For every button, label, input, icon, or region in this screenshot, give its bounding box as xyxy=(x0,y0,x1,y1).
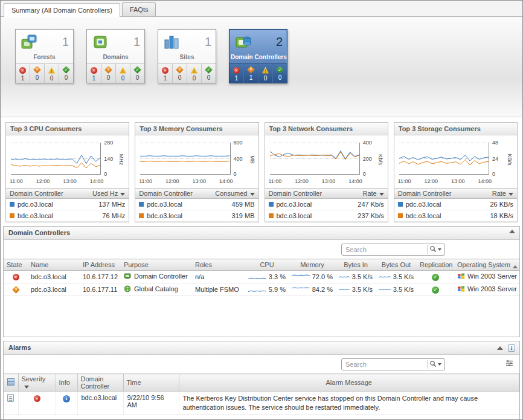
domains-critical-count[interactable]: 0 xyxy=(101,64,116,83)
tile-sites[interactable]: 1 Sites 1 0 0 0 xyxy=(158,29,216,83)
domain-controllers-critical-count[interactable]: 1 xyxy=(244,64,258,83)
column-info[interactable]: Info xyxy=(56,374,77,392)
column-severity[interactable]: Severity xyxy=(18,374,56,392)
forests-label: Forests xyxy=(16,53,73,63)
column-cpu[interactable]: CPU xyxy=(245,259,289,271)
column-used-hz[interactable]: Used Hz xyxy=(84,189,129,199)
domain-controllers-normal-count[interactable]: 0 xyxy=(273,64,287,83)
series-swatch xyxy=(398,202,403,207)
cpu-panel-title: Top 3 CPU Consumers xyxy=(6,123,129,135)
search-icon[interactable] xyxy=(429,360,437,369)
domains-normal-count[interactable]: 0 xyxy=(130,64,144,83)
column-roles[interactable]: Roles xyxy=(192,259,245,271)
memory-consumer-row[interactable]: bdc.o3.local319 MB xyxy=(135,210,258,222)
tile-domains[interactable]: 1 Domains 1 0 0 0 xyxy=(86,29,145,83)
forests-warning-count[interactable]: 0 xyxy=(45,64,59,83)
bytes-out-cell-sparkline xyxy=(379,273,391,280)
domains-warning-count[interactable]: 0 xyxy=(116,64,130,83)
domain-controllers-fatal-count[interactable]: 1 xyxy=(229,64,244,83)
search-options-dropdown-icon[interactable] xyxy=(438,363,441,366)
dc-search-input[interactable] xyxy=(345,246,425,253)
domain-controllers-label: Domain Controllers xyxy=(229,53,287,63)
column-rate[interactable]: Rate xyxy=(347,189,388,199)
sites-warning-count[interactable]: 0 xyxy=(187,64,202,83)
dc-table-row[interactable]: bdc.o3.local 10.6.177.12 Domain Controll… xyxy=(4,271,519,283)
sites-normal-count[interactable]: 0 xyxy=(202,64,216,83)
cpu-y-axis: 2801400 xyxy=(102,140,114,175)
memory-consumers-chart: 8004000 MB 11:0012:0013:0014:00 xyxy=(139,140,254,184)
dc-table-row[interactable]: pdc.o3.local 10.6.177.11 Global Catalog … xyxy=(4,283,519,296)
storage-x-axis: 11:0012:0013:0014:00 xyxy=(398,178,492,184)
tile-domain-controllers[interactable]: 2 Domain Controllers 1 1 0 0 xyxy=(229,29,287,83)
search-options-dropdown-icon[interactable] xyxy=(438,248,441,251)
column-bytes-out[interactable]: Bytes Out xyxy=(376,259,417,271)
column-time[interactable]: Time xyxy=(123,374,179,392)
column-domain-controller[interactable]: Domain Controller xyxy=(394,189,478,199)
alarms-search-input[interactable] xyxy=(345,361,425,368)
column-name[interactable]: Name xyxy=(28,259,80,271)
domain-controllers-warning-count[interactable]: 0 xyxy=(258,64,273,83)
storage-y-unit: KB/s xyxy=(506,154,512,166)
search-icon[interactable] xyxy=(429,245,437,254)
customize-table-icon[interactable] xyxy=(505,360,513,368)
tab-summary[interactable]: Summary (All Domain Controllers) xyxy=(4,3,120,17)
column-bytes-in[interactable]: Bytes In xyxy=(336,259,376,271)
normal-icon xyxy=(62,66,70,74)
alarm-note-icon[interactable] xyxy=(7,394,14,402)
domain-controllers-icon xyxy=(234,33,252,52)
tile-forests[interactable]: 1 Forests 1 0 0 0 xyxy=(15,29,74,83)
network-x-axis: 11:0012:0013:0014:00 xyxy=(269,178,362,184)
column-consumed[interactable]: Consumed xyxy=(210,189,258,199)
column-domain-controller[interactable]: Domain Controller xyxy=(77,374,123,392)
series-swatch xyxy=(269,213,274,218)
section-info-icon[interactable]: i xyxy=(508,344,515,352)
domains-label: Domains xyxy=(87,53,144,63)
column-purpose[interactable]: Purpose xyxy=(121,259,192,271)
column-domain-controller[interactable]: Domain Controller xyxy=(265,189,347,199)
cpu-cell-sparkline xyxy=(248,273,266,280)
collapse-section-icon[interactable] xyxy=(509,230,515,233)
sort-desc-icon xyxy=(509,193,513,196)
column-operating-system[interactable]: Operating System xyxy=(454,259,519,271)
alarm-row[interactable]: i bdc.o3.local 9/22/10 9:56 AM The Kerbe… xyxy=(4,392,519,415)
column-state[interactable]: State xyxy=(4,259,28,271)
tab-faqts[interactable]: FAQts xyxy=(122,2,156,16)
storage-sparkline xyxy=(399,143,489,174)
cpu-consumer-row[interactable]: pdc.o3.local137 MHz xyxy=(6,199,129,210)
network-consumer-row[interactable]: pdc.o3.local247 Kb/s xyxy=(265,199,388,210)
column-replication[interactable]: Replication xyxy=(417,259,454,271)
info-icon[interactable]: i xyxy=(63,395,70,402)
storage-consumer-row[interactable]: bdc.o3.local18 KB/s xyxy=(394,210,517,222)
sites-fatal-count[interactable]: 1 xyxy=(158,64,173,83)
forests-normal-count[interactable]: 0 xyxy=(59,64,73,83)
alarms-search-box[interactable] xyxy=(341,358,445,370)
sites-label: Sites xyxy=(158,53,216,63)
column-alarm-message[interactable]: Alarm Message xyxy=(179,374,519,392)
normal-icon xyxy=(276,66,284,74)
column-memory[interactable]: Memory xyxy=(289,259,336,271)
storage-consumers-chart: 48240 KB/s 11:0012:0013:0014:00 xyxy=(398,140,513,184)
alarms-table: Severity Info Domain Controller Time Ala… xyxy=(4,373,519,415)
scroll-up-icon[interactable] xyxy=(513,265,518,268)
cpu-consumer-row[interactable]: bdc.o3.local76 MHz xyxy=(6,210,129,222)
panel-storage-consumers: Top 3 Storage Consumers 48240 KB/s 11:00… xyxy=(394,122,518,222)
alarms-section-header: Alarms i xyxy=(4,341,519,355)
storage-consumer-row[interactable]: pdc.o3.local26 KB/s xyxy=(394,199,517,210)
column-ip-address[interactable]: IP Address xyxy=(80,259,121,271)
column-domain-controller[interactable]: Domain Controller xyxy=(6,189,84,199)
domains-fatal-count[interactable]: 1 xyxy=(87,64,101,83)
memory-consumer-row[interactable]: pdc.o3.local459 MB xyxy=(135,199,258,210)
fatal-state-icon xyxy=(13,274,19,280)
forests-fatal-count[interactable]: 1 xyxy=(16,64,30,83)
forests-critical-count[interactable]: 0 xyxy=(30,64,45,83)
section-title: Alarms xyxy=(8,344,31,351)
column-domain-controller[interactable]: Domain Controller xyxy=(135,189,210,199)
column-rate[interactable]: Rate xyxy=(478,189,517,199)
domain-controllers-section-header: Domain Controllers xyxy=(4,227,519,240)
sites-critical-count[interactable]: 0 xyxy=(173,64,187,83)
dc-search-box[interactable] xyxy=(341,244,445,256)
column-acknowledge[interactable] xyxy=(4,374,18,392)
memory-cell-sparkline xyxy=(292,286,310,293)
collapse-section-icon[interactable] xyxy=(497,346,503,350)
network-consumer-row[interactable]: bdc.o3.local237 Kb/s xyxy=(265,210,388,222)
